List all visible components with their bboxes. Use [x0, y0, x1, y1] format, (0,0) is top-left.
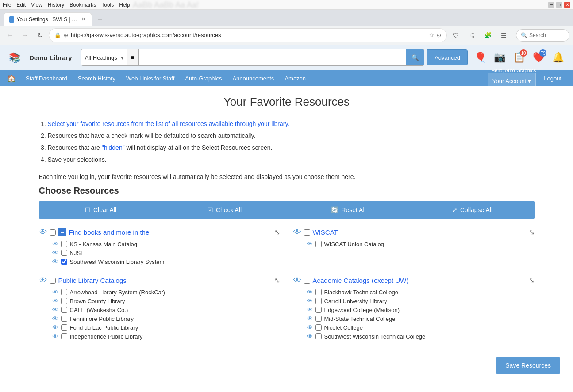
- sw-wis-tech-checkbox[interactable]: [315, 333, 322, 339]
- fond-du-lac-eye-icon[interactable]: 👁: [52, 324, 58, 331]
- brown-eye-icon[interactable]: 👁: [52, 297, 58, 304]
- cafe-checkbox[interactable]: [61, 307, 67, 313]
- new-tab-button[interactable]: +: [94, 13, 106, 26]
- search-submit-button[interactable]: 🔍: [406, 49, 424, 65]
- academic-checkbox[interactable]: [304, 278, 310, 284]
- academic-expand-icon[interactable]: ⤡: [529, 276, 535, 285]
- tab-close-button[interactable]: ✕: [81, 16, 86, 23]
- blackhawk-checkbox[interactable]: [315, 289, 322, 295]
- browser-search-input[interactable]: [529, 32, 565, 38]
- independence-eye-icon[interactable]: 👁: [52, 333, 58, 340]
- forward-button[interactable]: →: [19, 29, 31, 42]
- find-books-expand-icon[interactable]: ⤡: [274, 228, 280, 236]
- search-input[interactable]: [139, 49, 406, 65]
- ks-eye-icon[interactable]: 👁: [52, 240, 58, 247]
- list-item: 👁 Southwest Wisconsin Library System: [52, 258, 280, 265]
- check-all-button[interactable]: ☑ Check All: [163, 201, 287, 219]
- notifications-icon-button[interactable]: 🔔: [550, 49, 566, 65]
- mid-state-checkbox[interactable]: [315, 316, 322, 322]
- njsl-checkbox[interactable]: [61, 250, 67, 256]
- section-title: Choose Resources: [39, 186, 535, 196]
- wiscat-expand-icon[interactable]: ⤡: [529, 228, 535, 236]
- reload-button[interactable]: ↻: [34, 29, 46, 42]
- shield-icon[interactable]: 🛡: [450, 29, 462, 42]
- nicolet-eye-icon[interactable]: 👁: [307, 324, 313, 331]
- nav-announcements[interactable]: Announcements: [228, 70, 278, 86]
- browser-frame: File Edit View History Bookmarks Tools H…: [0, 0, 573, 392]
- heading-type-label: All Headings: [81, 54, 121, 61]
- edgewood-checkbox[interactable]: [315, 307, 322, 313]
- list-item: 👁 KS - Kansas Main Catalog: [52, 240, 280, 247]
- public-lib-eye-icon[interactable]: 👁: [39, 276, 47, 285]
- find-books-checkbox[interactable]: [50, 229, 56, 236]
- cafe-eye-icon[interactable]: 👁: [52, 306, 58, 313]
- nav-autographics[interactable]: Auto-Graphics: [181, 70, 226, 86]
- sw-wis-tech-eye-icon[interactable]: 👁: [307, 333, 313, 340]
- fennimore-checkbox[interactable]: [61, 316, 67, 322]
- instruction-3: Resources that are "hidden" will not dis…: [48, 143, 535, 152]
- public-lib-expand-icon[interactable]: ⤡: [274, 276, 280, 285]
- favorites-badge: F9: [539, 49, 546, 57]
- instruction-1: Select your favorite resources from the …: [48, 119, 535, 129]
- mid-state-eye-icon[interactable]: 👁: [307, 315, 313, 322]
- camera-icon-button[interactable]: 📷: [492, 49, 508, 65]
- favorites-icon-button[interactable]: ❤️ F9: [531, 49, 546, 65]
- address-bar[interactable]: 🔒 ⊕ https://qa-swls-verso.auto-graphics.…: [49, 28, 447, 42]
- advanced-search-button[interactable]: Advanced: [427, 49, 468, 65]
- academic-eye-icon[interactable]: 👁: [293, 276, 301, 285]
- clear-all-button[interactable]: ☐ Clear All: [39, 201, 163, 219]
- balloon-icon-button[interactable]: 🎈: [472, 49, 488, 65]
- list-item: 👁 Independence Public Library: [52, 333, 280, 340]
- fond-du-lac-label: Fond du Lac Public Library: [70, 324, 138, 331]
- nav-staff-dashboard[interactable]: Staff Dashboard: [21, 70, 72, 86]
- nav-amazon[interactable]: Amazon: [280, 70, 310, 86]
- search-filter-button[interactable]: ≡: [127, 49, 139, 65]
- edgewood-eye-icon[interactable]: 👁: [307, 306, 313, 313]
- fennimore-eye-icon[interactable]: 👁: [52, 315, 58, 322]
- carroll-checkbox[interactable]: [315, 298, 322, 304]
- collapse-all-button[interactable]: ⤢ Collapse All: [411, 201, 535, 219]
- swls-eye-icon[interactable]: 👁: [52, 258, 58, 265]
- arrowhead-eye-icon[interactable]: 👁: [52, 289, 58, 296]
- save-resources-button[interactable]: Save Resources: [496, 357, 560, 374]
- reset-icon: 🔄: [331, 206, 338, 213]
- back-button[interactable]: ←: [4, 29, 16, 42]
- fond-du-lac-checkbox[interactable]: [61, 324, 67, 331]
- wiscat-title[interactable]: WISCAT: [313, 228, 338, 236]
- find-books-group: 👁 − Find books and more in the ⤡ 👁 KS - …: [39, 228, 280, 267]
- find-books-title[interactable]: Find books and more in the: [69, 228, 150, 236]
- independence-checkbox[interactable]: [61, 333, 67, 339]
- arrowhead-checkbox[interactable]: [61, 289, 67, 295]
- find-books-eye-icon[interactable]: 👁: [39, 228, 47, 237]
- wiscat-union-eye-icon[interactable]: 👁: [307, 240, 313, 247]
- browser-tab-active[interactable]: Your Settings | SWLS | SWLS | A... ✕: [4, 12, 92, 26]
- wiscat-union-checkbox[interactable]: [315, 241, 322, 247]
- nav-search-history[interactable]: Search History: [73, 70, 120, 86]
- wiscat-eye-icon[interactable]: 👁: [293, 228, 301, 237]
- list-item: 👁 WISCAT Union Catalog: [307, 240, 535, 247]
- menu-icon[interactable]: ☰: [497, 29, 510, 42]
- njsl-eye-icon[interactable]: 👁: [52, 249, 58, 256]
- swls-checkbox[interactable]: [61, 259, 67, 265]
- reset-all-button[interactable]: 🔄 Reset All: [287, 201, 411, 219]
- wiscat-union-label: WISCAT Union Catalog: [324, 241, 384, 247]
- find-books-minus-icon[interactable]: −: [58, 228, 66, 236]
- brown-checkbox[interactable]: [61, 298, 67, 304]
- nav-home-icon[interactable]: 🏠: [7, 74, 16, 83]
- app-header: 📚 Demo Library All Headings ▾ ≡ 🔍 Advanc…: [0, 45, 573, 70]
- find-books-items: 👁 KS - Kansas Main Catalog 👁 NJSL 👁: [52, 240, 280, 265]
- extension-icon[interactable]: 🧩: [481, 29, 494, 42]
- public-lib-title[interactable]: Public Library Catalogs: [58, 277, 127, 284]
- nav-web-links[interactable]: Web Links for Staff: [122, 70, 179, 86]
- print-icon[interactable]: 🖨: [465, 29, 478, 42]
- list-icon-button[interactable]: 📋 10: [511, 49, 527, 65]
- ks-checkbox[interactable]: [61, 241, 67, 247]
- nicolet-checkbox[interactable]: [315, 324, 322, 331]
- carroll-eye-icon[interactable]: 👁: [307, 297, 313, 304]
- blackhawk-eye-icon[interactable]: 👁: [307, 289, 313, 296]
- wiscat-checkbox[interactable]: [304, 229, 310, 236]
- nav-logout-button[interactable]: Logout: [539, 75, 566, 82]
- public-lib-checkbox[interactable]: [50, 278, 56, 284]
- mid-state-label: Mid-State Technical College: [324, 316, 396, 322]
- academic-title[interactable]: Academic Catalogs (except UW): [313, 277, 409, 284]
